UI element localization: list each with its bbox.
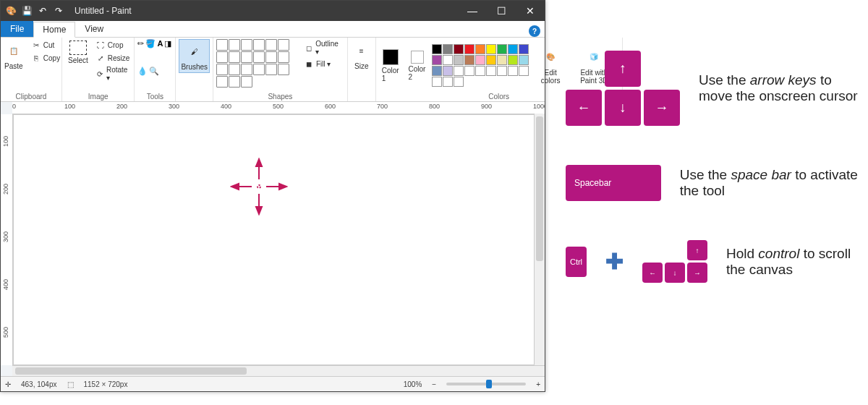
- tab-file[interactable]: File: [1, 21, 33, 37]
- color-swatch[interactable]: [432, 44, 442, 54]
- undo-icon[interactable]: ↶: [37, 5, 48, 17]
- color-swatch[interactable]: [475, 66, 485, 76]
- color-swatch[interactable]: [443, 77, 453, 87]
- help-icon[interactable]: ?: [529, 25, 540, 37]
- scissors-icon: ✂: [31, 40, 41, 50]
- minimize-button[interactable]: —: [458, 1, 487, 21]
- close-button[interactable]: ✕: [516, 1, 545, 21]
- fill-icon[interactable]: 🪣: [145, 39, 156, 48]
- ruler-tick: 100: [64, 103, 75, 110]
- vertical-scrollbar[interactable]: [534, 114, 545, 366]
- color-swatch[interactable]: [443, 44, 453, 54]
- brush-icon: 🖌: [184, 41, 205, 61]
- color-palette[interactable]: [432, 44, 532, 87]
- magnifier-icon[interactable]: 🔍: [149, 67, 159, 76]
- titlebar: 🎨 💾 ↶ ↷ Untitled - Paint — ☐ ✕: [1, 1, 545, 21]
- color-swatch[interactable]: [486, 55, 496, 65]
- color-swatch[interactable]: [432, 55, 442, 65]
- svg-marker-3: [256, 207, 262, 214]
- color-swatch[interactable]: [443, 66, 453, 76]
- crop-button[interactable]: ⛶Crop: [94, 39, 132, 51]
- zoom-in-button[interactable]: +: [536, 380, 540, 388]
- color1-swatch: [383, 49, 399, 65]
- color-swatch[interactable]: [464, 44, 475, 54]
- shapefill-icon: ◼: [304, 59, 314, 69]
- instructions-panel: ↑ ← ↓ → Use the arrow keys to move the o…: [545, 0, 868, 405]
- tab-home[interactable]: Home: [33, 22, 75, 38]
- horizontal-scrollbar[interactable]: [12, 365, 545, 376]
- copy-label: Copy: [43, 54, 60, 62]
- color1-button[interactable]: Color 1: [379, 48, 403, 84]
- color-swatch[interactable]: [454, 77, 464, 87]
- scrollbar-thumb[interactable]: [536, 116, 543, 261]
- outline-button[interactable]: ◻Outline ▾: [302, 39, 344, 56]
- select-button[interactable]: Select: [65, 39, 91, 66]
- app-icon: 🎨: [5, 5, 17, 17]
- plus-icon: ✚: [605, 249, 624, 274]
- color-swatch[interactable]: [454, 55, 464, 65]
- color-swatch[interactable]: [454, 44, 464, 54]
- color-swatch[interactable]: [432, 77, 442, 87]
- size-label: [360, 92, 362, 101]
- eraser-icon[interactable]: ◨: [164, 39, 171, 48]
- zoom-slider-knob[interactable]: [486, 380, 492, 388]
- instruction-space: Spacebar Use the space bar to activate t…: [566, 165, 861, 201]
- color-swatch[interactable]: [519, 55, 529, 65]
- pencil-icon[interactable]: ✏: [137, 39, 144, 48]
- color-swatch[interactable]: [432, 66, 442, 76]
- instruction-arrows-text: Use the arrow keys to move the onscreen …: [699, 72, 861, 104]
- brushes-button[interactable]: 🖌 Brushes: [179, 39, 210, 73]
- paste-label: Paste: [4, 62, 23, 70]
- color-swatch[interactable]: [443, 55, 453, 65]
- zoom-out-button[interactable]: −: [432, 380, 436, 388]
- color-swatch[interactable]: [508, 66, 518, 76]
- color-swatch[interactable]: [486, 44, 496, 54]
- color-swatch[interactable]: [508, 55, 518, 65]
- maximize-button[interactable]: ☐: [487, 1, 516, 21]
- resize-button[interactable]: ⤢Resize: [94, 52, 132, 64]
- resize-label: Resize: [108, 54, 130, 62]
- color-swatch[interactable]: [497, 66, 507, 76]
- color-swatch[interactable]: [486, 66, 496, 76]
- shapefill-button[interactable]: ◼Fill ▾: [302, 58, 344, 69]
- canvas[interactable]: [13, 114, 545, 365]
- zoom-slider[interactable]: [446, 383, 526, 385]
- color-swatch[interactable]: [497, 44, 507, 54]
- shape-gallery[interactable]: [216, 39, 299, 88]
- cut-button[interactable]: ✂Cut: [30, 39, 61, 51]
- up-key-icon: ↑: [605, 51, 641, 87]
- copy-button[interactable]: ⎘Copy: [30, 52, 61, 64]
- color-swatch[interactable]: [454, 66, 464, 76]
- ruler-tick: 800: [429, 103, 440, 110]
- paste-button[interactable]: 📋 Paste: [1, 39, 27, 72]
- color-swatch[interactable]: [508, 44, 518, 54]
- scrollbar-thumb[interactable]: [15, 367, 247, 375]
- color-swatch[interactable]: [475, 44, 485, 54]
- down-key-icon: ↓: [605, 90, 641, 126]
- shapes-label: Shapes: [268, 92, 292, 101]
- save-icon[interactable]: 💾: [21, 5, 33, 17]
- text-icon[interactable]: A: [157, 39, 163, 48]
- cursor-position: 463, 104px: [21, 380, 57, 388]
- redo-icon[interactable]: ↷: [53, 5, 64, 17]
- color-swatch[interactable]: [464, 55, 475, 65]
- work-area: 01002003004005006007008009001000 1002003…: [1, 102, 545, 376]
- color-swatch[interactable]: [497, 55, 507, 65]
- ruler-tick: 100: [2, 136, 9, 147]
- color2-button[interactable]: Color 2: [405, 49, 429, 82]
- rotate-button[interactable]: ⟳Rotate ▾: [94, 65, 132, 82]
- clipboard-icon: 📋: [4, 40, 24, 61]
- cut-label: Cut: [43, 41, 55, 49]
- arrow-keys-graphic: ↑ ← ↓ →: [566, 51, 680, 126]
- color-swatch[interactable]: [464, 66, 475, 76]
- cursor-position-icon: ✛: [5, 380, 11, 388]
- group-clipboard: 📋 Paste ✂Cut ⎘Copy Clipboard: [1, 38, 62, 101]
- color-swatch[interactable]: [475, 55, 485, 65]
- color-swatch[interactable]: [519, 44, 529, 54]
- eyedropper-icon[interactable]: 💧: [137, 67, 148, 76]
- color-swatch[interactable]: [519, 66, 529, 76]
- tab-view[interactable]: View: [75, 21, 113, 37]
- ruler-tick: 400: [221, 103, 231, 110]
- colors-label: Colors: [488, 92, 509, 101]
- size-button[interactable]: ≡ Size: [349, 39, 375, 72]
